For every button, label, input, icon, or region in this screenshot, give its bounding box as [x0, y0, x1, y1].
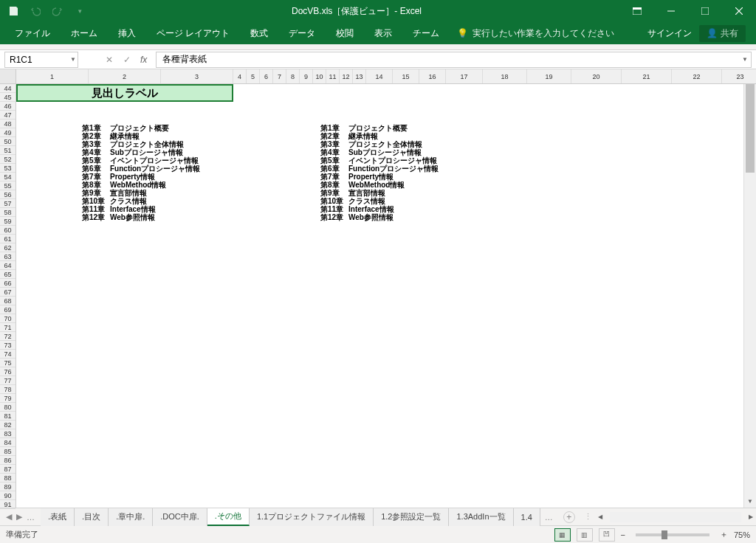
- row-header[interactable]: 90: [0, 491, 16, 500]
- column-header[interactable]: 14: [366, 69, 393, 83]
- row-header[interactable]: 74: [0, 350, 16, 359]
- sheet-tab[interactable]: 1.2参照設定一覧: [374, 508, 449, 526]
- sheet-tab[interactable]: 1.3AddIn一覧: [449, 508, 513, 526]
- row-header[interactable]: 62: [0, 243, 16, 252]
- row-header[interactable]: 65: [0, 270, 16, 279]
- normal-view-icon[interactable]: ▦: [554, 528, 571, 542]
- minimize-icon[interactable]: [654, 0, 688, 22]
- tab-view[interactable]: 表示: [364, 22, 402, 44]
- zoom-thumb[interactable]: [662, 530, 667, 539]
- sheet-nav-next-icon[interactable]: ▶: [16, 512, 22, 522]
- column-header[interactable]: 22: [672, 69, 722, 83]
- hscroll-left-icon[interactable]: ◀: [595, 513, 605, 520]
- toc-item[interactable]: 第6章Functionプロシージャ情報: [320, 165, 439, 173]
- toc-item[interactable]: 第12章Web参照情報: [320, 213, 439, 221]
- row-header[interactable]: 73: [0, 341, 16, 350]
- row-header[interactable]: 89: [0, 483, 16, 491]
- toc-item[interactable]: 第8章WebMethod情報: [82, 181, 200, 189]
- row-header[interactable]: 59: [0, 217, 16, 226]
- tab-file[interactable]: ファイル: [4, 22, 61, 44]
- save-icon[interactable]: [7, 5, 19, 17]
- column-header[interactable]: 9: [300, 69, 313, 83]
- row-header[interactable]: 86: [0, 456, 16, 465]
- row-header[interactable]: 69: [0, 305, 16, 314]
- row-header[interactable]: 46: [0, 102, 16, 111]
- row-header[interactable]: 81: [0, 412, 16, 421]
- toc-item[interactable]: 第12章Web参照情報: [82, 213, 200, 221]
- toc-item[interactable]: 第1章プロジェクト概要: [320, 124, 439, 132]
- row-header[interactable]: 48: [0, 120, 16, 128]
- column-header[interactable]: 11: [326, 69, 340, 83]
- row-header[interactable]: 77: [0, 376, 16, 385]
- toc-item[interactable]: 第7章Property情報: [320, 173, 439, 181]
- row-header[interactable]: 54: [0, 173, 16, 181]
- column-header[interactable]: 20: [571, 69, 622, 83]
- column-header[interactable]: 19: [527, 69, 571, 83]
- column-header[interactable]: 5: [247, 69, 260, 83]
- column-header[interactable]: 8: [286, 69, 300, 83]
- new-sheet-button[interactable]: +: [563, 511, 575, 523]
- column-header[interactable]: 13: [353, 69, 366, 83]
- horizontal-scrollbar[interactable]: [610, 512, 741, 522]
- row-header[interactable]: 45: [0, 93, 16, 102]
- sheet-tab[interactable]: 1.4: [514, 508, 540, 526]
- undo-icon[interactable]: [30, 5, 41, 17]
- row-header[interactable]: 57: [0, 199, 16, 208]
- column-header[interactable]: 12: [340, 69, 353, 83]
- row-header[interactable]: 61: [0, 235, 16, 243]
- row-header[interactable]: 87: [0, 465, 16, 474]
- sheet-tab[interactable]: 1.1プロジェクトファイル情報: [250, 508, 374, 526]
- column-header[interactable]: 2: [89, 69, 161, 83]
- toc-item[interactable]: 第1章プロジェクト概要: [82, 124, 200, 132]
- toc-item[interactable]: 第11章Interface情報: [82, 205, 200, 213]
- redo-icon[interactable]: [52, 5, 63, 17]
- chevron-down-icon[interactable]: ▼: [70, 56, 76, 63]
- formula-input[interactable]: 各種背表紙 ▼: [156, 52, 752, 68]
- row-header[interactable]: 60: [0, 226, 16, 235]
- toc-item[interactable]: 第4章Subプロシージャ情報: [320, 148, 439, 156]
- row-header[interactable]: 70: [0, 314, 16, 323]
- sheet-tab[interactable]: .表紙: [41, 508, 75, 526]
- row-header[interactable]: 56: [0, 190, 16, 199]
- sheet-tab[interactable]: .DOC中扉.: [153, 508, 207, 526]
- zoom-out-button[interactable]: −: [621, 530, 625, 539]
- column-header[interactable]: 16: [419, 69, 446, 83]
- row-header[interactable]: 85: [0, 447, 16, 456]
- toc-item[interactable]: 第3章プロジェクト全体情報: [82, 140, 200, 148]
- row-header[interactable]: 79: [0, 394, 16, 403]
- close-icon[interactable]: [722, 0, 756, 22]
- scroll-down-icon[interactable]: ▼: [744, 495, 756, 508]
- toc-item[interactable]: 第11章Interface情報: [320, 205, 439, 213]
- tab-pagelayout[interactable]: ページ レイアウト: [146, 22, 240, 44]
- toc-item[interactable]: 第2章継承情報: [320, 132, 439, 140]
- cancel-formula-icon[interactable]: ✕: [100, 55, 118, 65]
- column-header[interactable]: 18: [483, 69, 527, 83]
- toc-item[interactable]: 第7章Property情報: [82, 173, 200, 181]
- column-header[interactable]: 1: [16, 69, 89, 83]
- row-header[interactable]: 63: [0, 252, 16, 261]
- column-header[interactable]: 6: [260, 69, 273, 83]
- share-button[interactable]: 👤 共有: [699, 25, 746, 42]
- zoom-slider[interactable]: [636, 533, 709, 536]
- row-header[interactable]: 84: [0, 438, 16, 447]
- enter-formula-icon[interactable]: ✓: [118, 55, 136, 65]
- hscroll-right-icon[interactable]: ▶: [746, 513, 756, 520]
- row-header[interactable]: 88: [0, 474, 16, 483]
- cells-grid[interactable]: 見出しラベル 第1章プロジェクト概要第2章継承情報第3章プロジェクト全体情報第4…: [16, 84, 756, 508]
- row-header[interactable]: 78: [0, 385, 16, 394]
- row-header[interactable]: 68: [0, 297, 16, 305]
- header-label-cell[interactable]: 見出しラベル: [16, 84, 233, 102]
- maximize-icon[interactable]: [688, 0, 722, 22]
- column-header[interactable]: 4: [233, 69, 247, 83]
- sheet-tab[interactable]: .目次: [75, 508, 109, 526]
- row-header[interactable]: 82: [0, 421, 16, 429]
- zoom-level[interactable]: 75%: [734, 530, 750, 539]
- ribbon-display-icon[interactable]: [620, 0, 654, 22]
- row-header[interactable]: 80: [0, 403, 16, 412]
- row-header[interactable]: 71: [0, 323, 16, 332]
- toc-item[interactable]: 第6章Functionプロシージャ情報: [82, 165, 200, 173]
- select-all-corner[interactable]: [0, 69, 16, 84]
- toc-item[interactable]: 第5章イベントプロシージャ情報: [320, 156, 439, 165]
- column-header[interactable]: 3: [161, 69, 233, 83]
- row-header[interactable]: 55: [0, 181, 16, 190]
